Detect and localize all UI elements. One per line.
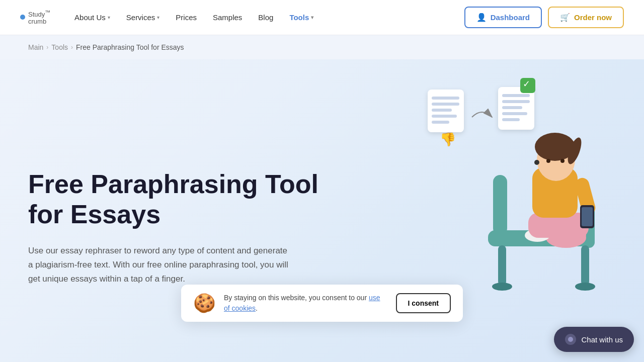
cookie-text-before: By staying on this website, you consent … bbox=[224, 294, 369, 302]
cookie-icon: 🍪 bbox=[193, 293, 216, 314]
svg-rect-7 bbox=[498, 87, 534, 130]
svg-rect-3 bbox=[432, 109, 452, 112]
nav-samples-label: Samples bbox=[213, 13, 242, 22]
svg-rect-2 bbox=[432, 103, 459, 106]
nav-about[interactable]: About Us ▾ bbox=[68, 9, 116, 26]
breadcrumb-sep-2: › bbox=[71, 44, 73, 51]
nav-prices-label: Prices bbox=[176, 13, 197, 22]
chevron-down-icon: ▾ bbox=[157, 15, 159, 20]
svg-point-33 bbox=[560, 159, 565, 163]
svg-point-34 bbox=[534, 160, 539, 165]
svg-rect-11 bbox=[502, 112, 527, 115]
svg-rect-23 bbox=[548, 228, 586, 242]
chat-label: Chat with us bbox=[581, 335, 623, 344]
user-icon: 👤 bbox=[476, 13, 487, 22]
nav-prices[interactable]: Prices bbox=[170, 9, 203, 26]
svg-rect-5 bbox=[432, 121, 449, 124]
svg-point-24 bbox=[525, 229, 550, 242]
order-now-button[interactable]: 🛒 Order now bbox=[548, 7, 624, 28]
cookie-consent-button[interactable]: I consent bbox=[396, 293, 451, 313]
svg-text:👎: 👎 bbox=[440, 131, 456, 147]
chevron-down-icon: ▾ bbox=[311, 15, 313, 20]
svg-point-25 bbox=[561, 226, 586, 238]
chat-widget[interactable]: Chat with us bbox=[554, 327, 634, 352]
svg-point-22 bbox=[546, 228, 586, 248]
nav-left: Study™ crumb About Us ▾ Services ▾ Price… bbox=[20, 9, 319, 26]
nav-links: About Us ▾ Services ▾ Prices Samples Blo… bbox=[68, 9, 319, 26]
dashboard-button[interactable]: 👤 Dashboard bbox=[464, 7, 542, 28]
svg-rect-35 bbox=[574, 176, 597, 217]
svg-rect-0 bbox=[428, 89, 464, 132]
nav-samples[interactable]: Samples bbox=[207, 9, 248, 26]
hero-title: Free Paraphrasing Tool for Essays bbox=[28, 169, 330, 230]
svg-rect-12 bbox=[502, 118, 520, 121]
navbar: Study™ crumb About Us ▾ Services ▾ Price… bbox=[0, 0, 644, 35]
svg-rect-9 bbox=[502, 100, 530, 103]
svg-text:✓: ✓ bbox=[523, 79, 530, 89]
cookie-text: By staying on this website, you consent … bbox=[224, 293, 388, 314]
svg-rect-1 bbox=[432, 97, 459, 100]
svg-point-21 bbox=[575, 283, 595, 291]
svg-rect-26 bbox=[528, 213, 589, 238]
nav-services[interactable]: Services ▾ bbox=[120, 9, 166, 26]
svg-rect-16 bbox=[488, 230, 594, 246]
nav-about-label: About Us bbox=[74, 13, 106, 22]
breadcrumb-current: Free Paraphrasing Tool for Essays bbox=[76, 43, 184, 51]
svg-rect-4 bbox=[432, 115, 457, 118]
svg-rect-17 bbox=[584, 205, 595, 248]
nav-tools[interactable]: Tools ▾ bbox=[283, 9, 319, 26]
nav-blog-label: Blog bbox=[258, 13, 273, 22]
svg-rect-13 bbox=[520, 78, 535, 93]
chat-icon-dot bbox=[568, 337, 573, 342]
breadcrumb-sep-1: › bbox=[46, 44, 48, 51]
nav-right: 👤 Dashboard 🛒 Order now bbox=[464, 7, 624, 28]
svg-rect-37 bbox=[582, 207, 593, 226]
logo-text: Study™ crumb bbox=[28, 10, 50, 26]
svg-rect-8 bbox=[502, 94, 530, 97]
svg-point-31 bbox=[565, 136, 584, 165]
breadcrumb: Main › Tools › Free Paraphrasing Tool fo… bbox=[0, 35, 644, 59]
brand-name: Study™ bbox=[28, 10, 50, 19]
svg-rect-18 bbox=[498, 245, 506, 286]
svg-rect-15 bbox=[493, 175, 507, 235]
svg-rect-36 bbox=[580, 205, 594, 228]
svg-point-28 bbox=[537, 139, 575, 181]
svg-rect-27 bbox=[532, 167, 578, 218]
svg-rect-19 bbox=[581, 245, 589, 286]
brand-name2: crumb bbox=[28, 18, 50, 25]
svg-point-20 bbox=[492, 283, 512, 291]
logo[interactable]: Study™ crumb bbox=[20, 10, 50, 26]
hero-content: Free Paraphrasing Tool for Essays Use ou… bbox=[28, 169, 330, 286]
svg-point-32 bbox=[546, 159, 550, 163]
nav-blog[interactable]: Blog bbox=[252, 9, 279, 26]
brand-tm: ™ bbox=[45, 9, 50, 15]
nav-services-label: Services bbox=[126, 13, 155, 22]
svg-point-29 bbox=[535, 133, 575, 161]
cookie-banner: 🍪 By staying on this website, you consen… bbox=[181, 285, 463, 322]
nav-tools-label: Tools bbox=[289, 13, 309, 22]
logo-dot bbox=[20, 15, 25, 20]
cookie-text-after: . bbox=[256, 304, 258, 312]
breadcrumb-tools[interactable]: Tools bbox=[51, 43, 68, 51]
svg-rect-10 bbox=[502, 106, 522, 109]
chat-icon-ring bbox=[565, 334, 576, 345]
chevron-down-icon: ▾ bbox=[108, 15, 110, 20]
order-label: Order now bbox=[574, 13, 612, 22]
cart-icon: 🛒 bbox=[560, 13, 570, 22]
hero-description: Use our essay rephraser to reword any ty… bbox=[28, 244, 290, 286]
svg-rect-30 bbox=[536, 142, 576, 155]
dashboard-label: Dashboard bbox=[491, 13, 530, 22]
breadcrumb-main[interactable]: Main bbox=[28, 43, 43, 51]
